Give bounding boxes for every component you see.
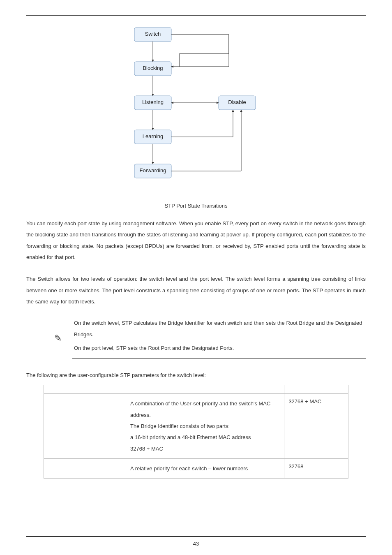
table-intro: The following are the user-configurable … xyxy=(26,370,366,381)
cell-default: 32768 xyxy=(284,458,348,478)
node-forwarding: Forwarding xyxy=(139,167,166,173)
diagram-caption: STP Port State Transitions xyxy=(26,202,366,210)
node-learning: Learning xyxy=(143,133,164,139)
note-line-2: On the port level, STP sets the Root Por… xyxy=(74,342,364,354)
paragraph-1: You can modify each port state by using … xyxy=(26,218,366,263)
node-switch: Switch xyxy=(145,31,161,37)
top-rule xyxy=(26,15,366,16)
cell-desc: A combination of the User-set priority a… xyxy=(126,394,284,458)
page-number: 43 xyxy=(26,540,366,548)
pencil-icon: ✎ xyxy=(54,332,62,345)
note-box: ✎ On the switch level, STP calculates th… xyxy=(72,313,366,359)
cell-param xyxy=(44,458,126,478)
stp-params-table: A combination of the User-set priority a… xyxy=(44,385,348,479)
th-parameter xyxy=(44,385,126,394)
page-footer: 43 xyxy=(26,536,366,548)
table-row: A relative priority for each switch – lo… xyxy=(44,458,348,478)
stp-state-diagram: Switch Blocking Listening Learning Forwa… xyxy=(122,25,270,198)
note-line-1: On the switch level, STP calculates the … xyxy=(74,317,364,340)
node-disable: Disable xyxy=(228,99,246,105)
th-default xyxy=(284,385,348,394)
table-header-row xyxy=(44,385,348,394)
cell-default: 32768 + MAC xyxy=(284,394,348,458)
cell-param xyxy=(44,394,126,458)
node-blocking: Blocking xyxy=(143,65,163,71)
paragraph-2: The Switch allows for two levels of oper… xyxy=(26,273,366,307)
th-description xyxy=(126,385,284,394)
footer-rule xyxy=(26,536,366,537)
cell-desc: A relative priority for each switch – lo… xyxy=(126,458,284,478)
node-listening: Listening xyxy=(142,99,164,105)
table-row: A combination of the User-set priority a… xyxy=(44,394,348,458)
